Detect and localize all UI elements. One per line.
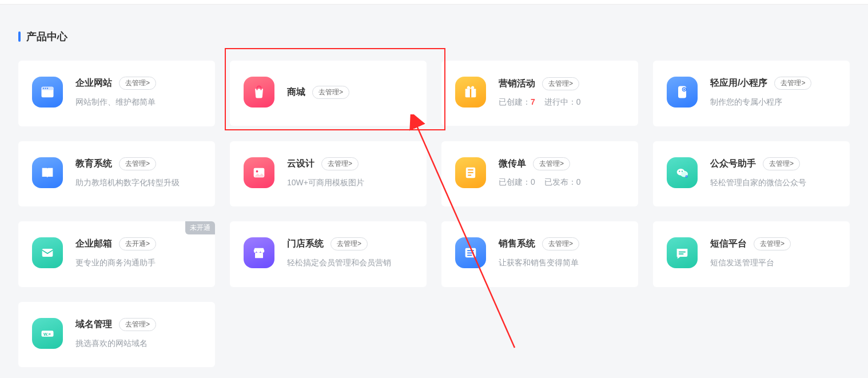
- card-desc: 更专业的商务沟通助手: [75, 257, 202, 269]
- card-desc: 制作您的专属小程序: [710, 97, 837, 108]
- card-marketing[interactable]: 营销活动 去管理> 已创建：7 进行中：0: [441, 61, 638, 126]
- website-icon: [32, 77, 63, 108]
- stat-label: 进行中：: [544, 97, 576, 106]
- card-title: 短信平台: [710, 238, 747, 250]
- manage-button[interactable]: 去管理>: [119, 157, 156, 170]
- card-sales-system[interactable]: 销售系统 去管理> 让获客和销售变得简单: [441, 221, 638, 287]
- card-title: 云设计: [287, 158, 314, 170]
- svg-rect-13: [468, 169, 473, 170]
- stat-label: 已创建：: [499, 177, 531, 186]
- not-open-tag: 未开通: [185, 221, 215, 234]
- stat-label: 已创建：: [499, 97, 531, 106]
- svg-rect-15: [468, 174, 471, 176]
- svg-point-11: [256, 170, 258, 173]
- mail-icon: [32, 237, 63, 268]
- section-title: 产品中心: [18, 30, 850, 43]
- miniapp-icon: [667, 77, 698, 108]
- open-button[interactable]: 去开通>: [119, 237, 156, 250]
- stat-label: 已发布：: [544, 177, 576, 186]
- message-icon: [667, 237, 698, 268]
- card-title: 销售系统: [499, 238, 535, 250]
- card-title: 公众号助手: [710, 158, 756, 170]
- store-icon: [244, 237, 274, 268]
- card-domain[interactable]: W.≡ 域名管理 去管理> 挑选喜欢的网站域名: [18, 302, 215, 368]
- card-title: 教育系统: [75, 158, 112, 170]
- manage-button[interactable]: 去管理>: [331, 237, 368, 250]
- section-title-bar: [18, 31, 21, 42]
- domain-icon: W.≡: [32, 318, 63, 349]
- svg-text:W.≡: W.≡: [43, 332, 51, 337]
- svg-point-4: [47, 88, 48, 89]
- list-icon: [455, 237, 486, 268]
- manage-button[interactable]: 去管理>: [321, 157, 359, 170]
- top-bar: [0, 0, 868, 5]
- svg-point-3: [45, 88, 46, 89]
- svg-rect-7: [470, 89, 471, 97]
- card-stats: 已创建：7 进行中：0: [499, 97, 626, 108]
- manage-button[interactable]: 去管理>: [763, 157, 800, 170]
- card-mall[interactable]: 商城 去管理>: [230, 61, 427, 126]
- section-title-text: 产品中心: [26, 30, 67, 43]
- card-title: 门店系统: [287, 238, 324, 250]
- svg-rect-24: [467, 250, 474, 252]
- card-desc: 10W+可商用模板图片: [287, 177, 414, 189]
- card-wechat-helper[interactable]: 公众号助手 去管理> 轻松管理自家的微信公众号: [653, 141, 850, 207]
- card-store-system[interactable]: 门店系统 去管理> 轻松搞定会员管理和会员营销: [230, 221, 427, 287]
- image-icon: [244, 157, 274, 188]
- card-desc: 让获客和销售变得简单: [499, 257, 626, 269]
- flyer-icon: [455, 157, 486, 188]
- manage-button[interactable]: 去管理>: [119, 318, 156, 331]
- manage-button[interactable]: 去管理>: [754, 237, 791, 250]
- card-stats: 已创建：0 已发布：0: [499, 177, 626, 188]
- manage-button[interactable]: 去管理>: [774, 77, 811, 90]
- manage-button[interactable]: 去管理>: [312, 86, 349, 99]
- svg-point-9: [682, 87, 686, 91]
- stat-value: 0: [531, 177, 535, 186]
- card-flyer[interactable]: 微传单 去管理> 已创建：0 已发布：0: [441, 141, 638, 206]
- card-desc: 短信发送管理平台: [710, 257, 837, 269]
- gift-icon: [455, 77, 486, 108]
- card-miniapp[interactable]: 轻应用/小程序 去管理> 制作您的专属小程序: [653, 61, 850, 126]
- card-education[interactable]: 教育系统 去管理> 助力教培机构数字化转型升级: [18, 141, 215, 207]
- manage-button[interactable]: 去管理>: [119, 77, 156, 90]
- svg-rect-21: [42, 249, 53, 257]
- svg-point-18: [679, 171, 680, 172]
- card-sms[interactable]: 短信平台 去管理> 短信发送管理平台: [653, 221, 850, 287]
- shopping-bag-icon: [244, 77, 274, 108]
- manage-button[interactable]: 去管理>: [542, 237, 579, 250]
- card-title: 营销活动: [499, 78, 535, 90]
- card-desc: 轻松管理自家的微信公众号: [710, 177, 837, 189]
- svg-rect-14: [468, 172, 473, 173]
- book-icon: [32, 157, 63, 188]
- stat-value: 0: [576, 177, 581, 186]
- card-title: 企业网站: [75, 77, 112, 89]
- card-title: 微传单: [499, 158, 526, 170]
- card-title: 企业邮箱: [75, 238, 112, 250]
- card-title: 域名管理: [75, 319, 112, 331]
- card-desc: 助力教培机构数字化转型升级: [75, 177, 202, 189]
- svg-rect-25: [467, 253, 474, 254]
- card-desc: 网站制作、维护都简单: [75, 97, 202, 108]
- stat-value: 0: [576, 97, 581, 106]
- svg-point-2: [43, 88, 44, 89]
- card-enterprise-mail[interactable]: 未开通 企业邮箱 去开通> 更专业的商务沟通助手: [18, 221, 215, 287]
- wechat-icon: [667, 157, 698, 188]
- card-enterprise-website[interactable]: 企业网站 去管理> 网站制作、维护都简单: [18, 61, 215, 126]
- card-title: 商城: [287, 86, 305, 98]
- svg-rect-28: [679, 254, 683, 255]
- manage-button[interactable]: 去管理>: [542, 77, 579, 90]
- card-title: 轻应用/小程序: [710, 77, 767, 89]
- stat-value: 7: [531, 97, 535, 106]
- svg-point-19: [682, 171, 683, 172]
- svg-rect-26: [467, 255, 472, 256]
- card-cloud-design[interactable]: 云设计 去管理> 10W+可商用模板图片: [230, 141, 427, 207]
- card-desc: 轻松搞定会员管理和会员营销: [287, 257, 414, 269]
- svg-rect-27: [679, 252, 686, 253]
- manage-button[interactable]: 去管理>: [533, 157, 570, 170]
- product-grid: 企业网站 去管理> 网站制作、维护都简单 商城 去管理>: [18, 61, 850, 367]
- card-desc: 挑选喜欢的网站域名: [75, 338, 202, 349]
- svg-rect-22: [255, 253, 263, 258]
